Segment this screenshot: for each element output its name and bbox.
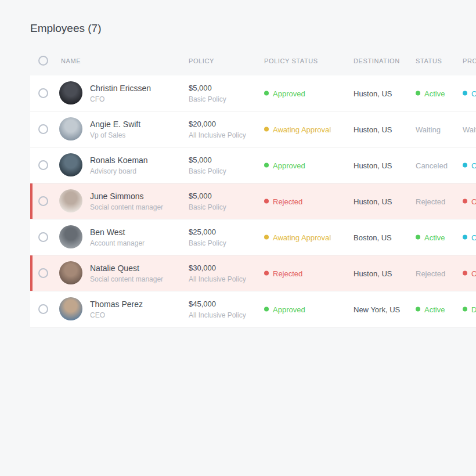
policy-status-cell: Approved: [264, 89, 305, 98]
row-accent-bar: [30, 255, 33, 291]
table-row[interactable]: June Simmons Social content manager $5,0…: [30, 183, 476, 219]
destination: Huston, US: [354, 125, 392, 134]
row-checkbox[interactable]: [38, 88, 48, 98]
row-checkbox[interactable]: [38, 160, 48, 170]
policy-status-label: Rejected: [273, 197, 302, 205]
progress-dot-icon: [463, 271, 467, 276]
progress-cell: C: [463, 89, 476, 98]
table-row[interactable]: Natalie Quest Social content manager $30…: [30, 255, 476, 291]
table-row[interactable]: Christin Ericssen CFO $5,000 Basic Polic…: [30, 75, 476, 111]
status-dot-icon: [416, 235, 420, 240]
employee-name: Ben West: [90, 228, 145, 237]
policy-type: All Inclusive Policy: [189, 275, 246, 283]
policy-status-dot-icon: [264, 163, 269, 168]
table-row[interactable]: Ronals Koeman Advisory board $5,000 Basi…: [30, 147, 476, 183]
employee-role: CFO: [90, 95, 151, 103]
column-header-status: STATUS: [416, 57, 442, 64]
avatar: [59, 153, 82, 176]
policy-amount: $5,000: [189, 84, 226, 92]
status-label: Waiting: [416, 125, 441, 134]
progress-cell: D: [463, 305, 476, 313]
policy-status-cell: Rejected: [264, 197, 302, 205]
column-header-progress: PRO: [463, 57, 476, 64]
avatar: [59, 261, 82, 284]
policy-status-dot-icon: [264, 307, 269, 312]
progress-label: C: [471, 233, 476, 241]
row-checkbox[interactable]: [38, 196, 48, 206]
row-checkbox[interactable]: [38, 268, 48, 278]
row-accent-bar: [30, 219, 33, 255]
employee-name: Angie E. Swift: [90, 120, 140, 129]
policy-type: All Inclusive Policy: [189, 131, 246, 139]
policy-status-label: Awating Approval: [273, 125, 331, 134]
destination: Boston, US: [354, 233, 392, 241]
progress-cell: O: [463, 269, 476, 277]
status-label: Canceled: [416, 161, 448, 170]
row-accent-bar: [30, 111, 33, 147]
page-title: Employees (7): [30, 22, 102, 35]
status-cell: Active: [416, 305, 445, 313]
progress-dot-icon: [463, 307, 467, 312]
column-header-policy: POLICY: [189, 57, 214, 64]
policy-type: Basic Policy: [189, 203, 226, 211]
avatar: [59, 81, 82, 104]
progress-dot-icon: [463, 91, 467, 96]
policy-status-cell: Approved: [264, 161, 305, 170]
destination: New York, US: [354, 305, 400, 313]
policy-type: Basic Policy: [189, 167, 226, 175]
table-row[interactable]: Ben West Account manager $25,000 Basic P…: [30, 219, 476, 255]
destination: Huston, US: [354, 197, 392, 205]
status-label: Active: [424, 233, 445, 241]
policy-amount: $5,000: [189, 192, 226, 200]
policy-status-label: Approved: [273, 161, 305, 170]
progress-dot-icon: [463, 199, 467, 204]
status-cell: Waiting: [416, 125, 441, 134]
select-all-checkbox[interactable]: [38, 56, 48, 66]
row-accent-bar: [30, 291, 33, 327]
row-checkbox[interactable]: [38, 232, 48, 242]
destination: Huston, US: [354, 269, 392, 277]
status-label: Rejected: [416, 269, 445, 277]
status-cell: Active: [416, 233, 445, 241]
policy-amount: $30,000: [189, 264, 246, 272]
employee-role: Social content manager: [90, 203, 163, 211]
policy-type: Basic Policy: [189, 95, 226, 103]
status-cell: Rejected: [416, 197, 445, 205]
avatar: [59, 297, 82, 320]
column-header-policy-status: POLICY STATUS: [264, 57, 318, 64]
row-checkbox[interactable]: [38, 304, 48, 314]
policy-status-dot-icon: [264, 127, 269, 132]
row-accent-bar: [30, 183, 33, 219]
table-row[interactable]: Angie E. Swift Vp of Sales $20,000 All I…: [30, 111, 476, 147]
policy-status-label: Awating Approval: [273, 233, 331, 241]
policy-status-cell: Rejected: [264, 269, 302, 277]
status-dot-icon: [416, 91, 420, 96]
status-label: Rejected: [416, 197, 445, 205]
table-row[interactable]: Thomas Perez CEO $45,000 All Inclusive P…: [30, 291, 476, 327]
policy-amount: $20,000: [189, 120, 246, 128]
employee-name: Ronals Koeman: [90, 156, 148, 165]
progress-cell: C: [463, 233, 476, 241]
policy-status-label: Approved: [273, 305, 305, 313]
policy-amount: $5,000: [189, 156, 226, 164]
employee-name: Thomas Perez: [90, 300, 143, 309]
policy-status-cell: Approved: [264, 305, 305, 313]
status-cell: Rejected: [416, 269, 445, 277]
policy-status-dot-icon: [264, 271, 269, 276]
row-checkbox[interactable]: [38, 124, 48, 134]
progress-label: C: [471, 89, 476, 98]
policy-status-cell: Awating Approval: [264, 233, 331, 241]
avatar: [59, 117, 82, 140]
policy-status-dot-icon: [264, 91, 269, 96]
policy-status-dot-icon: [264, 235, 269, 240]
status-cell: Canceled: [416, 161, 448, 170]
column-header-destination: DESTINATION: [354, 57, 400, 64]
progress-label: C: [471, 161, 476, 170]
destination: Huston, US: [354, 89, 392, 98]
employee-role: Advisory board: [90, 167, 148, 175]
row-accent-bar: [30, 75, 33, 111]
progress-label: O: [471, 197, 476, 205]
column-header-name: NAME: [61, 57, 81, 64]
employee-role: Social content manager: [90, 275, 163, 283]
employee-role: Vp of Sales: [90, 131, 140, 139]
